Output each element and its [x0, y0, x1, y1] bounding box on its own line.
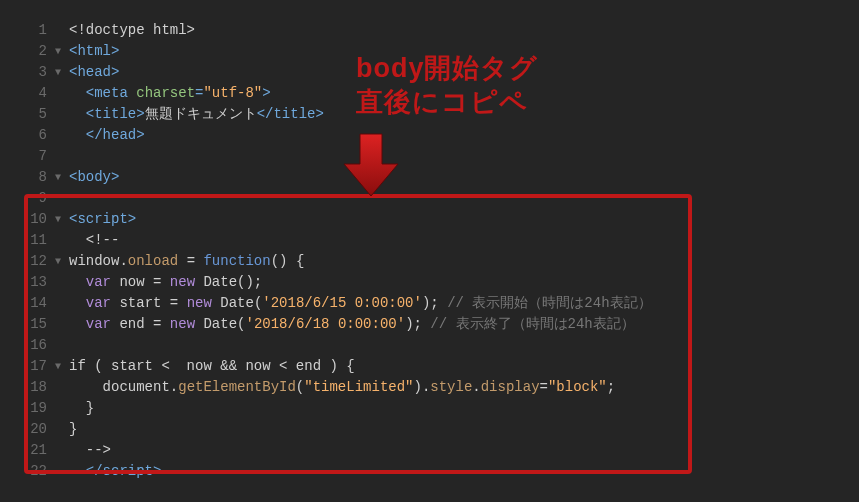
fold-marker[interactable]: ▼ — [55, 209, 69, 230]
code-line[interactable]: 7 — [0, 146, 859, 167]
line-number: 17 — [0, 356, 55, 377]
line-number: 12 — [0, 251, 55, 272]
fold-marker[interactable]: ▼ — [55, 62, 69, 83]
line-number: 9 — [0, 188, 55, 209]
line-number: 7 — [0, 146, 55, 167]
code-content[interactable]: <body> — [69, 167, 859, 188]
code-content[interactable]: <head> — [69, 62, 859, 83]
code-line[interactable]: 12▼window.onload = function() { — [0, 251, 859, 272]
code-content[interactable]: window.onload = function() { — [69, 251, 859, 272]
code-content[interactable]: var now = new Date(); — [69, 272, 859, 293]
code-content[interactable]: <html> — [69, 41, 859, 62]
code-line[interactable]: 17▼if ( start < now && now < end ) { — [0, 356, 859, 377]
line-number: 5 — [0, 104, 55, 125]
line-number: 8 — [0, 167, 55, 188]
code-content[interactable]: <!doctype html> — [69, 20, 859, 41]
fold-marker[interactable]: ▼ — [55, 167, 69, 188]
code-line[interactable]: 13 var now = new Date(); — [0, 272, 859, 293]
code-line[interactable]: 11 <!-- — [0, 230, 859, 251]
code-line[interactable]: 6 </head> — [0, 125, 859, 146]
line-number: 22 — [0, 461, 55, 482]
line-number: 15 — [0, 314, 55, 335]
code-line[interactable]: 4 <meta charset="utf-8"> — [0, 83, 859, 104]
line-number: 10 — [0, 209, 55, 230]
code-content[interactable]: --> — [69, 440, 859, 461]
code-line[interactable]: 1<!doctype html> — [0, 20, 859, 41]
code-content[interactable]: <meta charset="utf-8"> — [69, 83, 859, 104]
line-number: 3 — [0, 62, 55, 83]
line-number: 16 — [0, 335, 55, 356]
line-number: 2 — [0, 41, 55, 62]
code-content[interactable]: <script> — [69, 209, 859, 230]
code-line[interactable]: 19 } — [0, 398, 859, 419]
code-line[interactable]: 5 <title>無題ドキュメント</title> — [0, 104, 859, 125]
code-line[interactable]: 3▼<head> — [0, 62, 859, 83]
line-number: 13 — [0, 272, 55, 293]
code-line[interactable]: 14 var start = new Date('2018/6/15 0:00:… — [0, 293, 859, 314]
line-number: 19 — [0, 398, 55, 419]
code-line[interactable]: 16 — [0, 335, 859, 356]
fold-marker[interactable]: ▼ — [55, 41, 69, 62]
line-number: 6 — [0, 125, 55, 146]
code-content[interactable]: var start = new Date('2018/6/15 0:00:00'… — [69, 293, 859, 314]
code-line[interactable]: 2▼<html> — [0, 41, 859, 62]
code-content[interactable]: if ( start < now && now < end ) { — [69, 356, 859, 377]
line-number: 20 — [0, 419, 55, 440]
code-content[interactable]: } — [69, 398, 859, 419]
code-editor[interactable]: 1<!doctype html>2▼<html>3▼<head>4 <meta … — [0, 20, 859, 482]
line-number: 18 — [0, 377, 55, 398]
code-line[interactable]: 20} — [0, 419, 859, 440]
code-content[interactable]: document.getElementById("timeLimited").s… — [69, 377, 859, 398]
code-content[interactable]: <title>無題ドキュメント</title> — [69, 104, 859, 125]
code-content[interactable]: } — [69, 419, 859, 440]
code-content[interactable]: var end = new Date('2018/6/18 0:00:00');… — [69, 314, 859, 335]
code-line[interactable]: 21 --> — [0, 440, 859, 461]
code-line[interactable]: 10▼<script> — [0, 209, 859, 230]
line-number: 11 — [0, 230, 55, 251]
code-content[interactable]: </head> — [69, 125, 859, 146]
code-content[interactable]: <!-- — [69, 230, 859, 251]
code-line[interactable]: 8▼<body> — [0, 167, 859, 188]
code-line[interactable]: 9 — [0, 188, 859, 209]
fold-marker[interactable]: ▼ — [55, 356, 69, 377]
code-content[interactable]: </script> — [69, 461, 859, 482]
line-number: 4 — [0, 83, 55, 104]
fold-marker[interactable]: ▼ — [55, 251, 69, 272]
code-line[interactable]: 22 </script> — [0, 461, 859, 482]
line-number: 14 — [0, 293, 55, 314]
code-line[interactable]: 15 var end = new Date('2018/6/18 0:00:00… — [0, 314, 859, 335]
line-number: 21 — [0, 440, 55, 461]
code-line[interactable]: 18 document.getElementById("timeLimited"… — [0, 377, 859, 398]
line-number: 1 — [0, 20, 55, 41]
